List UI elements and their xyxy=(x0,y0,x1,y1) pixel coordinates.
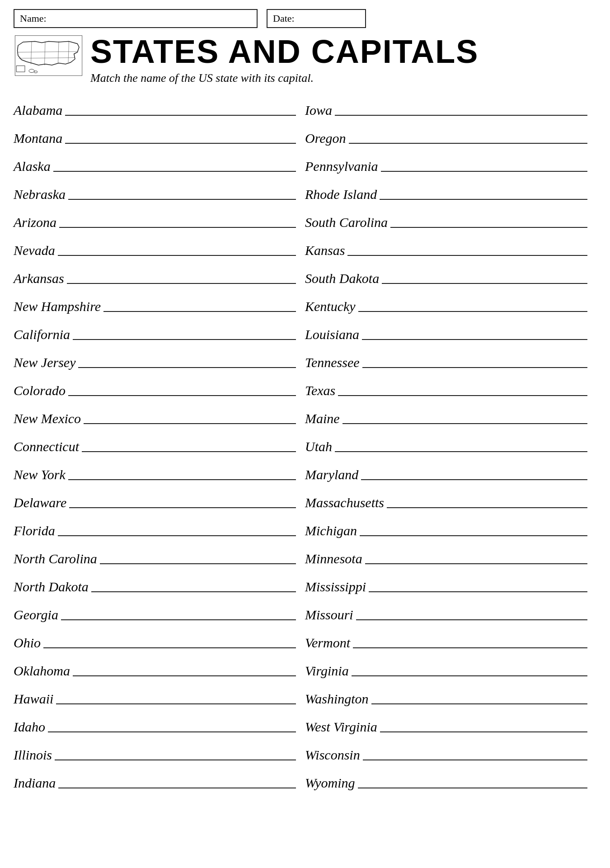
answer-line[interactable] xyxy=(343,423,587,424)
answer-line[interactable] xyxy=(369,591,587,592)
list-item: Montana xyxy=(14,122,296,146)
list-item: Illinois xyxy=(14,739,296,762)
answer-line[interactable] xyxy=(380,731,587,732)
state-name: Missouri xyxy=(305,607,353,622)
answer-line[interactable] xyxy=(365,563,587,564)
answer-line[interactable] xyxy=(358,788,587,788)
answer-line[interactable] xyxy=(103,311,296,312)
answer-line[interactable] xyxy=(65,115,296,116)
list-item: Arkansas xyxy=(14,262,296,286)
state-name: New York xyxy=(14,467,66,482)
answer-line[interactable] xyxy=(73,339,296,340)
list-item: Maryland xyxy=(305,458,587,482)
list-item: Kentucky xyxy=(305,290,587,314)
answer-line[interactable] xyxy=(390,227,587,228)
answer-line[interactable] xyxy=(68,199,296,200)
answer-line[interactable] xyxy=(73,675,296,676)
list-item: Colorado xyxy=(14,374,296,398)
state-name: Alaska xyxy=(14,159,51,174)
list-item: Nebraska xyxy=(14,178,296,202)
answer-line[interactable] xyxy=(362,367,587,368)
list-item: Hawaii xyxy=(14,683,296,706)
list-item: New Jersey xyxy=(14,346,296,370)
answer-line[interactable] xyxy=(56,703,296,704)
list-item: Nevada xyxy=(14,234,296,258)
answer-line[interactable] xyxy=(100,563,296,564)
answer-line[interactable] xyxy=(58,788,296,788)
answer-line[interactable] xyxy=(352,675,587,676)
answer-line[interactable] xyxy=(380,199,587,200)
list-item: Iowa xyxy=(305,94,587,118)
answer-line[interactable] xyxy=(69,507,296,508)
list-item: Oregon xyxy=(305,122,587,146)
answer-line[interactable] xyxy=(387,507,587,508)
answer-line[interactable] xyxy=(48,731,296,732)
answer-line[interactable] xyxy=(67,283,296,284)
answer-line[interactable] xyxy=(371,703,587,704)
state-name: Rhode Island xyxy=(305,187,377,202)
answer-line[interactable] xyxy=(356,619,587,620)
list-item: South Dakota xyxy=(305,262,587,286)
list-item: Delaware xyxy=(14,486,296,510)
state-name: Michigan xyxy=(305,523,357,538)
answer-line[interactable] xyxy=(82,451,296,452)
state-name: Delaware xyxy=(14,495,66,510)
answer-line[interactable] xyxy=(358,311,587,312)
answer-line[interactable] xyxy=(53,171,296,172)
map-icon xyxy=(14,35,86,78)
columns: AlabamaMontanaAlaskaNebraskaArizonaNevad… xyxy=(14,94,596,795)
state-name: Colorado xyxy=(14,383,66,398)
list-item: Texas xyxy=(305,374,587,398)
answer-line[interactable] xyxy=(335,451,587,452)
answer-line[interactable] xyxy=(58,255,296,256)
list-item: Minnesota xyxy=(305,542,587,566)
state-name: South Carolina xyxy=(305,215,388,230)
answer-line[interactable] xyxy=(335,115,587,116)
answer-line[interactable] xyxy=(68,395,296,396)
list-item: Tennessee xyxy=(305,346,587,370)
answer-line[interactable] xyxy=(65,143,296,144)
state-name: New Jersey xyxy=(14,355,75,370)
name-field[interactable]: Name: xyxy=(14,9,258,28)
answer-line[interactable] xyxy=(61,619,296,620)
answer-line[interactable] xyxy=(362,339,587,340)
state-name: Maine xyxy=(305,411,340,426)
list-item: Mississippi xyxy=(305,571,587,594)
answer-line[interactable] xyxy=(361,479,587,480)
date-field[interactable]: Date: xyxy=(267,9,366,28)
title-text-block: STATES AND CAPITALS Match the name of th… xyxy=(90,35,479,85)
state-name: South Dakota xyxy=(305,271,379,286)
answer-line[interactable] xyxy=(338,395,587,396)
list-item: Florida xyxy=(14,514,296,538)
answer-line[interactable] xyxy=(91,591,296,592)
title-section: STATES AND CAPITALS Match the name of th… xyxy=(14,35,596,85)
state-name: Tennessee xyxy=(305,355,360,370)
answer-line[interactable] xyxy=(353,647,587,648)
answer-line[interactable] xyxy=(58,535,296,536)
state-name: Georgia xyxy=(14,607,58,622)
list-item: Oklahoma xyxy=(14,655,296,678)
list-item: Louisiana xyxy=(305,318,587,342)
list-item: Idaho xyxy=(14,711,296,734)
answer-line[interactable] xyxy=(84,423,296,424)
state-name: Pennsylvania xyxy=(305,159,378,174)
answer-line[interactable] xyxy=(59,227,296,228)
state-name: North Dakota xyxy=(14,579,89,594)
answer-line[interactable] xyxy=(349,143,587,144)
answer-line[interactable] xyxy=(382,283,587,284)
answer-line[interactable] xyxy=(55,760,296,760)
answer-line[interactable] xyxy=(78,367,296,368)
state-name: Iowa xyxy=(305,103,332,118)
state-name: Vermont xyxy=(305,635,350,650)
answer-line[interactable] xyxy=(68,479,296,480)
date-label: Date: xyxy=(273,13,295,24)
answer-line[interactable] xyxy=(360,535,587,536)
answer-line[interactable] xyxy=(43,647,296,648)
answer-line[interactable] xyxy=(381,171,587,172)
state-name: Wyoming xyxy=(305,775,355,790)
answer-line[interactable] xyxy=(363,760,587,760)
state-name: Maryland xyxy=(305,467,358,482)
answer-line[interactable] xyxy=(347,255,587,256)
state-name: Utah xyxy=(305,439,332,454)
state-name: Virginia xyxy=(305,663,349,678)
